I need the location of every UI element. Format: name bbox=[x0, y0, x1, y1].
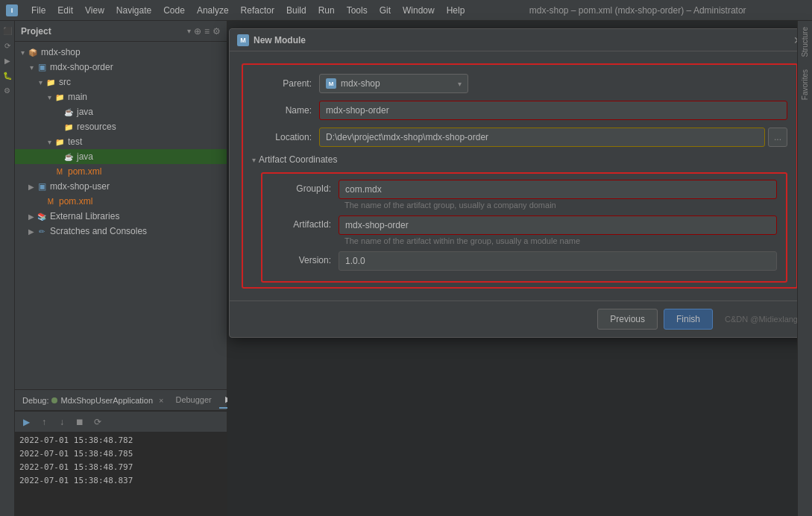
groupid-label: GroupId: bbox=[271, 180, 339, 194]
menu-code[interactable]: Code bbox=[159, 4, 189, 17]
menu-edit[interactable]: Edit bbox=[53, 4, 78, 17]
project-panel: Project ▾ ⊕ ≡ ⚙ ▾ 📦 mdx-shop ▾ ▣ mdx bbox=[15, 21, 227, 516]
location-input-group: ... bbox=[319, 128, 787, 147]
action-down[interactable]: ↓ bbox=[54, 414, 70, 430]
left-icon-commit[interactable]: ⟳ bbox=[1, 39, 14, 52]
bottom-action-bar: ▶ ↑ ↓ ⏹ ⟳ bbox=[15, 411, 227, 432]
artifact-section-header: ▾ Artifact Coordinates bbox=[252, 154, 787, 165]
artifactid-hint: The name of the artifact within the grou… bbox=[339, 235, 777, 247]
menu-tools[interactable]: Tools bbox=[342, 4, 372, 17]
menu-refactor[interactable]: Refactor bbox=[236, 4, 279, 17]
xml-icon-pom-order: M bbox=[54, 166, 66, 177]
arrow-order: ▾ bbox=[27, 63, 36, 72]
bottom-panel: Debug: MdxShopUserApplication × Debugger… bbox=[15, 389, 227, 516]
action-run[interactable]: ▶ bbox=[18, 414, 34, 430]
watermark-text: C&DN @Midiexlang bbox=[725, 315, 798, 324]
menu-file[interactable]: File bbox=[27, 4, 50, 17]
left-icon-debug[interactable]: 🐛 bbox=[1, 69, 14, 82]
title-bar-left: I File Edit View Navigate Code Analyze R… bbox=[6, 4, 469, 17]
browse-button[interactable]: ... bbox=[768, 128, 787, 147]
panel-chevron: ▾ bbox=[187, 27, 191, 35]
location-input[interactable] bbox=[319, 128, 765, 147]
log-line-4: 2022-07-01 15:38:48.837 bbox=[18, 473, 224, 487]
name-field bbox=[319, 101, 787, 120]
artifactid-input[interactable] bbox=[339, 215, 777, 235]
menu-build[interactable]: Build bbox=[282, 4, 311, 17]
tree-item-pom-root[interactable]: M pom.xml bbox=[15, 194, 227, 209]
tree-item-mdx-shop-order[interactable]: ▾ ▣ mdx-shop-order bbox=[15, 60, 227, 75]
panel-icon-settings[interactable]: ⚙ bbox=[213, 26, 221, 37]
parent-module-icon: M bbox=[326, 78, 336, 89]
version-input[interactable] bbox=[339, 251, 777, 271]
artifactid-label: ArtifactId: bbox=[271, 215, 339, 230]
dialog-footer: Previous Finish C&DN @Midiexlang bbox=[230, 301, 810, 337]
action-rerun[interactable]: ⟳ bbox=[89, 414, 106, 430]
tree-item-java-main[interactable]: ☕ java bbox=[15, 104, 227, 119]
left-icon-project[interactable]: ⬛ bbox=[1, 24, 14, 37]
menu-navigate[interactable]: Navigate bbox=[112, 4, 156, 17]
action-stop[interactable]: ⏹ bbox=[72, 414, 88, 430]
location-label: Location: bbox=[252, 132, 319, 142]
location-row: Location: ... bbox=[252, 128, 787, 147]
action-up[interactable]: ↑ bbox=[36, 414, 52, 430]
tree-item-test[interactable]: ▾ 📁 test bbox=[15, 134, 227, 149]
module-icon-root: 📦 bbox=[27, 46, 39, 58]
left-icon-run[interactable]: ▶ bbox=[1, 54, 14, 67]
new-module-dialog: M New Module ✕ Parent: bbox=[229, 28, 811, 338]
arrow-src: ▾ bbox=[36, 78, 45, 86]
menu-git[interactable]: Git bbox=[375, 4, 395, 17]
finish-button[interactable]: Finish bbox=[664, 309, 713, 330]
menu-bar: File Edit View Navigate Code Analyze Ref… bbox=[27, 4, 469, 17]
tree-label-root: mdx-shop bbox=[41, 47, 81, 57]
tab-debugger-label: Debugger bbox=[175, 395, 211, 404]
menu-run[interactable]: Run bbox=[314, 4, 339, 17]
dialog-body: Parent: M mdx-shop ▾ bbox=[230, 51, 810, 301]
name-label: Name: bbox=[252, 105, 319, 116]
tree-item-resources[interactable]: 📁 resources bbox=[15, 119, 227, 134]
section-collapse-icon[interactable]: ▾ bbox=[252, 156, 256, 164]
tree-item-src[interactable]: ▾ 📁 src bbox=[15, 75, 227, 89]
right-area: M New Module ✕ Parent: bbox=[227, 21, 812, 516]
log-line-3: 2022-07-01 15:38:48.797 bbox=[18, 460, 224, 473]
sidebar-label-favorites[interactable]: Favorites bbox=[799, 63, 811, 106]
tree-label-src: src bbox=[59, 77, 71, 87]
previous-button[interactable]: Previous bbox=[597, 309, 658, 330]
tree-item-mdx-shop-user[interactable]: ▶ ▣ mdx-shop-user bbox=[15, 179, 227, 194]
menu-analyze[interactable]: Analyze bbox=[192, 4, 233, 17]
menu-help[interactable]: Help bbox=[442, 4, 470, 17]
right-sidebar: Structure Favorites bbox=[797, 21, 812, 516]
bottom-tab-debugger[interactable]: Debugger bbox=[169, 392, 217, 409]
panel-icon-collapse[interactable]: ≡ bbox=[204, 26, 210, 37]
folder-icon-src: 📁 bbox=[45, 76, 57, 88]
tree-item-scratches[interactable]: ▶ ✏ Scratches and Consoles bbox=[15, 224, 227, 239]
tree-item-ext-libs[interactable]: ▶ 📚 External Libraries bbox=[15, 209, 227, 224]
folder-icon-resources: 📁 bbox=[63, 121, 75, 133]
left-icon-settings[interactable]: ⚙ bbox=[1, 84, 14, 97]
debug-app-name: MdxShopUserApplication bbox=[60, 396, 153, 405]
name-input[interactable] bbox=[319, 101, 787, 120]
log-line-2: 2022-07-01 15:38:48.785 bbox=[18, 447, 224, 460]
panel-title: Project bbox=[21, 26, 184, 37]
menu-window[interactable]: Window bbox=[398, 4, 439, 17]
left-toolbar: ⬛ ⟳ ▶ 🐛 ⚙ bbox=[0, 21, 15, 516]
menu-view[interactable]: View bbox=[81, 4, 109, 17]
arrow-test: ▾ bbox=[45, 138, 54, 146]
tree-item-pom-order[interactable]: M pom.xml bbox=[15, 164, 227, 179]
panel-icon-add[interactable]: ⊕ bbox=[194, 26, 201, 37]
bottom-content: 2022-07-01 15:38:48.782 2022-07-01 15:38… bbox=[15, 432, 227, 516]
browse-icon: ... bbox=[774, 132, 781, 142]
tree-item-main[interactable]: ▾ 📁 main bbox=[15, 89, 227, 104]
debug-close[interactable]: × bbox=[159, 396, 163, 405]
parent-field: M mdx-shop ▾ bbox=[319, 74, 787, 93]
groupid-input[interactable] bbox=[339, 180, 777, 199]
parent-dropdown[interactable]: M mdx-shop ▾ bbox=[319, 74, 468, 93]
artifact-section-title: Artifact Coordinates bbox=[259, 154, 337, 165]
panel-header: Project ▾ ⊕ ≡ ⚙ bbox=[15, 21, 227, 42]
sidebar-label-structure[interactable]: Structure bbox=[799, 21, 811, 63]
tree-item-root[interactable]: ▾ 📦 mdx-shop bbox=[15, 45, 227, 60]
parent-row: Parent: M mdx-shop ▾ bbox=[252, 74, 787, 93]
dialog-title-bar: M New Module ✕ bbox=[230, 29, 810, 51]
tree-item-java-test[interactable]: ☕ java bbox=[15, 149, 227, 164]
module-icon-order: ▣ bbox=[36, 61, 48, 73]
log-line-1: 2022-07-01 15:38:48.782 bbox=[18, 433, 224, 447]
